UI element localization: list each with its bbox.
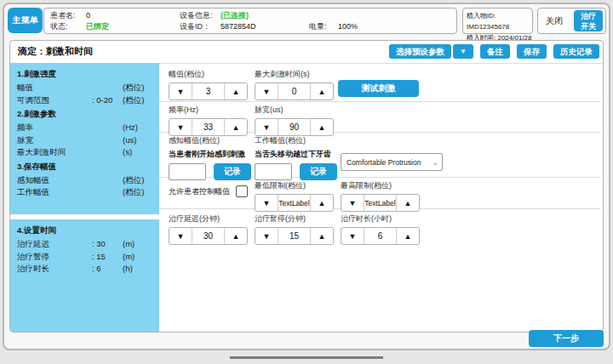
patient-name-value: 0	[86, 10, 180, 21]
max-stim-time-field: 最大刺激时间(s) ▼ 0 ▲	[255, 69, 341, 100]
main-menu-button[interactable]: 主菜单	[8, 8, 43, 33]
history-button[interactable]: 历史记录	[553, 44, 599, 59]
therapy-switch-button[interactable]: 治疗 开关	[574, 10, 603, 31]
toolbar: 选择预设参数 ▼ 备注 保存 历史记录	[389, 44, 599, 59]
therapy-pause-decrease-button[interactable]: ▼	[255, 228, 278, 244]
sidebar-row: 工作幅值 (档位)	[17, 186, 152, 199]
spinner-down-icon: ▼	[263, 232, 271, 241]
therapy-delay-label: 治疗延迟(分钟)	[169, 213, 255, 225]
sidebar-row-value: : 15	[92, 251, 123, 264]
spinner-up-icon: ▲	[404, 199, 412, 208]
sidebar-row-label: 幅值	[17, 82, 92, 94]
sidebar-row-unit: (m)	[123, 238, 152, 251]
sidebar-row-label: 治疗延迟	[17, 238, 92, 251]
therapy-switch-line2: 开关	[574, 21, 603, 31]
sidebar-row-label: 可调范围	[17, 94, 92, 107]
sidebar-row-label: 治疗暂停	[17, 251, 92, 264]
max-stim-time-stepper: ▼ 0 ▲	[255, 82, 334, 100]
max-stim-time-decrease-button[interactable]: ▼	[255, 83, 278, 100]
spinner-down-icon: ▼	[349, 232, 357, 241]
sidebar-row-label: 治疗时长	[17, 263, 92, 276]
spacer	[338, 10, 456, 21]
protrusion-select[interactable]: Comfortable Protrusion ⌄	[341, 153, 443, 171]
titration-panel: 滴定：刺激和时间 选择预设参数 ▼ 备注 保存 历史记录 1.刺激强度 幅值 (…	[9, 40, 604, 333]
spinner-up-icon: ▲	[232, 123, 240, 132]
sidebar-row-unit: (h)	[123, 263, 152, 276]
test-stimulation-button[interactable]: 测试刺激	[338, 80, 419, 97]
sidebar-row-value: : 30	[92, 238, 123, 251]
sidebar-row-unit: (档位)	[123, 94, 152, 107]
spinner-up-icon: ▲	[318, 232, 326, 241]
patient-control-row: 允许患者控制幅值 最低限制(档位) ▼ TextLabel ▲ 最高限制(档位)…	[159, 178, 600, 209]
implant-id-label: 植入物ID:	[467, 12, 496, 20]
sidebar-section-title: 3.保存幅值	[17, 162, 152, 173]
preset-dropdown-button[interactable]: ▼	[453, 44, 473, 59]
spinner-down-icon: ▼	[177, 232, 185, 241]
device-id-label: 设备ID：	[180, 21, 221, 32]
work-amplitude-hint: 当舌头移动越过下牙齿	[255, 149, 341, 160]
sidebar-row: 治疗暂停 : 15 (m)	[17, 251, 152, 264]
sidebar-row-unit: (s)	[123, 146, 152, 159]
protrusion-select-value: Comfortable Protrusion	[347, 158, 432, 167]
save-button[interactable]: 保存	[517, 44, 547, 59]
therapy-pause-stepper: ▼ 15 ▲	[255, 227, 334, 245]
therapy-delay-decrease-button[interactable]: ▼	[169, 228, 192, 244]
implant-info-box: 植入物ID: IMD12345678 植入时间: 2024/01/28	[462, 8, 533, 34]
therapy-duration-value: 6	[364, 228, 396, 244]
therapy-pause-value: 15	[278, 228, 310, 244]
sidebar-row: 治疗延迟 : 30 (m)	[17, 238, 152, 251]
sidebar-section-title: 2.刺激参数	[17, 109, 152, 120]
spinner-up-icon: ▲	[232, 88, 240, 96]
therapy-pause-increase-button[interactable]: ▲	[310, 228, 333, 244]
amplitude-increase-button[interactable]: ▲	[224, 83, 247, 100]
spinner-down-icon: ▼	[263, 88, 271, 96]
max-stim-time-value: 0	[278, 83, 310, 100]
therapy-delay-increase-button[interactable]: ▲	[224, 228, 247, 244]
therapy-delay-stepper: ▼ 30 ▲	[169, 227, 248, 245]
select-preset-button[interactable]: 选择预设参数	[389, 44, 451, 59]
therapy-pause-label: 治疗暂停(分钟)	[255, 213, 341, 225]
device-info-value: (已连接)	[221, 10, 309, 21]
sense-amplitude-hint: 当患者刚开始感到刺激	[169, 149, 255, 160]
therapy-duration-field: 治疗时长(小时) ▼ 6 ▲	[341, 213, 427, 245]
sidebar-parameters-summary: 1.刺激强度 幅值 (档位) 可调范围 : 0-20 (档位) 2.刺激参数 频…	[10, 63, 159, 214]
sidebar-row-unit: (档位)	[123, 186, 152, 199]
max-stim-time-label: 最大刺激时间(s)	[255, 69, 341, 80]
therapy-duration-label: 治疗时长(小时)	[341, 213, 427, 225]
sidebar-row-value	[92, 186, 123, 199]
spinner-down-icon: ▼	[263, 123, 271, 132]
min-limit-label: 最低限制(档位)	[255, 180, 341, 191]
sidebar-row: 幅值 (档位)	[17, 82, 152, 94]
sidebar-row-label: 脉宽	[17, 134, 92, 147]
sidebar-section-title: 4.设置时间	[17, 225, 152, 236]
battery-value: 100%	[338, 21, 456, 32]
amplitude-decrease-button[interactable]: ▼	[169, 83, 192, 100]
sidebar-time-summary: 4.设置时间 治疗延迟 : 30 (m) 治疗暂停 : 15 (m) 治疗时长 …	[10, 219, 159, 332]
panel-header: 滴定：刺激和时间 选择预设参数 ▼ 备注 保存 历史记录	[10, 41, 603, 64]
work-amplitude-label: 工作幅值(档位)	[255, 135, 341, 146]
sidebar-row: 可调范围 : 0-20 (档位)	[17, 94, 152, 107]
allow-patient-control-checkbox[interactable]	[236, 185, 248, 197]
next-button[interactable]: 下一步	[529, 330, 604, 347]
sidebar-row: 感知幅值 (档位)	[17, 174, 152, 187]
therapy-duration-decrease-button[interactable]: ▼	[341, 228, 364, 244]
sidebar-section-title: 1.刺激强度	[17, 69, 152, 80]
sidebar-row-value	[92, 82, 123, 94]
sidebar-row-unit: (Hz)	[123, 122, 152, 134]
amplitude-field: 幅值(档位) ▼ 3 ▲	[169, 69, 255, 100]
spinner-up-icon: ▲	[318, 123, 326, 132]
device-info-label: 设备信息:	[180, 10, 221, 21]
spinner-up-icon: ▲	[318, 199, 326, 208]
therapy-delay-field: 治疗延迟(分钟) ▼ 30 ▲	[169, 213, 255, 245]
sidebar-row: 最大刺激时间 (s)	[17, 146, 152, 159]
spinner-down-icon: ▼	[177, 123, 185, 132]
app-window: 主菜单 患者名: 0 设备信息: (已连接) 状态: 已绑定 设备ID： 587…	[3, 3, 610, 350]
max-stim-time-increase-button[interactable]: ▲	[310, 83, 333, 100]
therapy-switch-line1: 治疗	[574, 11, 603, 21]
implant-id-value: IMD12345678	[467, 23, 509, 31]
dropdown-arrow-icon: ▼	[460, 48, 467, 55]
sidebar-row: 脉宽 (us)	[17, 134, 152, 147]
therapy-duration-increase-button[interactable]: ▲	[396, 228, 419, 244]
stim-params-row: 频率(Hz) ▼ 33 ▲ 脉宽(us) ▼ 90 ▲	[159, 102, 600, 133]
notes-button[interactable]: 备注	[480, 44, 510, 59]
